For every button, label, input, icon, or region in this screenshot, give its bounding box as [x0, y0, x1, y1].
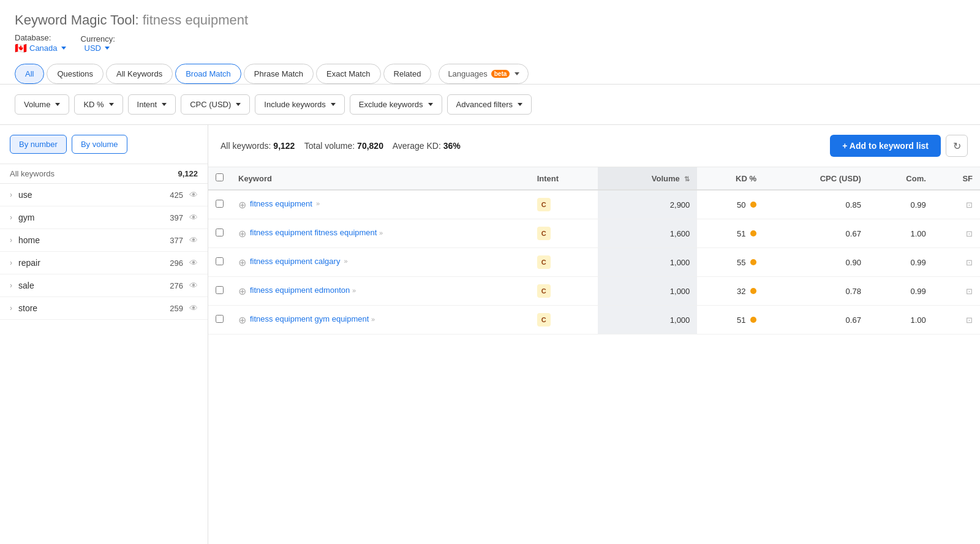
keyword-cell: ⊕ fitness equipment gym equipment » [231, 306, 530, 334]
select-all-checkbox[interactable] [216, 173, 224, 181]
intent-badge: C [537, 284, 551, 298]
sfrd-icon: ⊡ [966, 315, 973, 325]
sf-cell: ⊡ [933, 306, 980, 334]
keyword-link[interactable]: fitness equipment » [250, 199, 320, 208]
tab-phrase-match[interactable]: Phrase Match [244, 64, 314, 84]
kd-filter[interactable]: KD % [74, 94, 123, 115]
sidebar: By number By volume All keywords 9,122 ›… [0, 125, 208, 544]
db-currency-row: Database: 🇨🇦 Canada Currency: USD [15, 33, 965, 54]
currency-label: Currency: [81, 34, 115, 43]
add-keyword-icon[interactable]: ⊕ [238, 228, 246, 240]
com-cell: 1.00 [869, 219, 933, 248]
database-selector[interactable]: 🇨🇦 Canada [15, 42, 66, 54]
row-checkbox[interactable] [216, 229, 224, 236]
row-checkbox-cell [208, 248, 231, 277]
keyword-cell: ⊕ fitness equipment edmonton » [231, 277, 530, 306]
page-title: Keyword Magic Tool: fitness equipment [15, 12, 965, 28]
database-label: Database: [15, 33, 51, 42]
keyword-col-header: Keyword [231, 167, 530, 190]
volume-sort-icon: ⇅ [684, 175, 690, 183]
row-checkbox[interactable] [216, 315, 224, 323]
intent-filter[interactable]: Intent [128, 94, 176, 115]
eye-icon[interactable]: 👁 [189, 235, 198, 245]
sidebar-item[interactable]: › use 425 👁 [0, 184, 208, 206]
tabs-row: All Questions All Keywords Broad Match P… [15, 64, 965, 84]
currency-selector[interactable]: USD [85, 43, 115, 53]
add-keyword-icon[interactable]: ⊕ [238, 314, 246, 326]
eye-icon[interactable]: 👁 [189, 303, 198, 313]
intent-cell: C [530, 306, 598, 334]
select-all-col [208, 167, 231, 190]
advanced-filters[interactable]: Advanced filters [447, 94, 532, 115]
volume-col-header[interactable]: Volume ⇅ [598, 167, 697, 190]
intent-badge: C [537, 227, 551, 240]
eye-icon[interactable]: 👁 [189, 258, 198, 268]
sort-by-number-button[interactable]: By number [10, 135, 67, 154]
eye-icon[interactable]: 👁 [189, 281, 198, 290]
expand-arrow-icon: › [10, 191, 12, 199]
volume-cell: 1,600 [598, 219, 697, 248]
tab-all-keywords[interactable]: All Keywords [106, 64, 173, 84]
eye-icon[interactable]: 👁 [189, 213, 198, 222]
cpc-filter[interactable]: CPC (USD) [181, 94, 250, 115]
add-to-keyword-list-button[interactable]: + Add to keyword list [830, 135, 941, 157]
kd-dot-icon [750, 259, 756, 265]
sidebar-item[interactable]: › store 259 👁 [0, 297, 208, 320]
table-row: ⊕ fitness equipment » C 2,900 50 [208, 190, 980, 219]
add-keyword-icon[interactable]: ⊕ [238, 285, 246, 297]
keyword-link[interactable]: fitness equipment edmonton » [250, 285, 356, 295]
include-chevron-icon [331, 103, 336, 106]
sf-cell: ⊡ [933, 248, 980, 277]
cpc-col-header: CPC (USD) [764, 167, 869, 190]
keyword-link[interactable]: fitness equipment fitness equipment » [250, 228, 383, 237]
eye-icon[interactable]: 👁 [189, 190, 198, 200]
com-cell: 0.99 [869, 190, 933, 219]
add-keyword-icon[interactable]: ⊕ [238, 257, 246, 268]
tab-related[interactable]: Related [383, 64, 432, 84]
row-checkbox[interactable] [216, 257, 224, 265]
table-row: ⊕ fitness equipment fitness equipment » … [208, 219, 980, 248]
intent-chevron-icon [162, 103, 167, 106]
intent-badge: C [537, 255, 551, 269]
intent-cell: C [530, 190, 598, 219]
com-cell: 0.99 [869, 277, 933, 306]
tab-exact-match[interactable]: Exact Match [316, 64, 381, 84]
sort-by-volume-button[interactable]: By volume [72, 135, 127, 154]
intent-cell: C [530, 248, 598, 277]
table-section: All keywords: 9,122 Total volume: 70,820… [208, 125, 980, 544]
include-keywords-filter[interactable]: Include keywords [255, 94, 344, 115]
kd-cell: 50 [697, 190, 764, 219]
expand-arrow-icon: › [10, 236, 12, 244]
currency-chevron-icon [105, 47, 110, 50]
row-checkbox[interactable] [216, 200, 224, 208]
database-chevron-icon [61, 47, 66, 50]
expand-arrow-icon: › [10, 259, 12, 267]
kd-cell: 51 [697, 306, 764, 334]
keyword-link[interactable]: fitness equipment calgary » [250, 257, 348, 266]
sidebar-item[interactable]: › gym 397 👁 [0, 206, 208, 229]
volume-filter[interactable]: Volume [15, 94, 69, 115]
languages-chevron-icon [514, 72, 519, 75]
volume-cell: 1,000 [598, 248, 697, 277]
sfrd-icon: ⊡ [966, 200, 973, 210]
flag-icon: 🇨🇦 [15, 42, 27, 54]
com-col-header: Com. [869, 167, 933, 190]
row-checkbox[interactable] [216, 286, 224, 294]
kd-dot-icon [750, 317, 756, 323]
sidebar-all-keywords-count: 9,122 [178, 169, 198, 178]
exclude-keywords-filter[interactable]: Exclude keywords [350, 94, 442, 115]
sidebar-item[interactable]: › sale 276 👁 [0, 274, 208, 297]
sidebar-sort-controls: By number By volume [0, 125, 208, 164]
keyword-link[interactable]: fitness equipment gym equipment » [250, 314, 375, 323]
languages-button[interactable]: Languages beta [439, 64, 529, 84]
sidebar-item[interactable]: › home 377 👁 [0, 229, 208, 252]
add-keyword-icon[interactable]: ⊕ [238, 199, 246, 211]
tab-broad-match[interactable]: Broad Match [175, 64, 241, 84]
sf-col-header: SF [933, 167, 980, 190]
exclude-chevron-icon [428, 103, 433, 106]
refresh-button[interactable]: ↻ [946, 135, 968, 157]
kd-cell: 32 [697, 277, 764, 306]
tab-questions[interactable]: Questions [47, 64, 104, 84]
tab-all[interactable]: All [15, 64, 44, 84]
sidebar-item[interactable]: › repair 296 👁 [0, 252, 208, 274]
